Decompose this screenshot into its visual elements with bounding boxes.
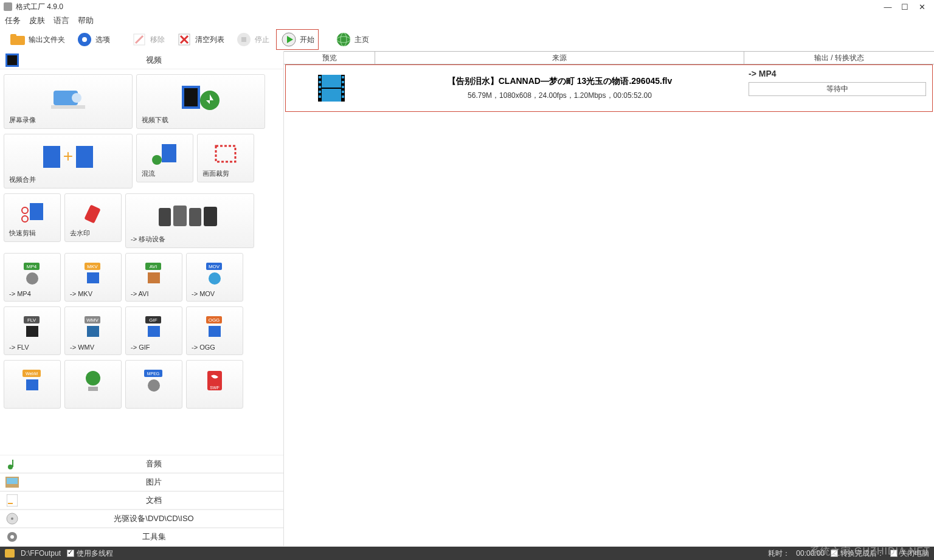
svg-rect-10 xyxy=(241,37,246,42)
col-output[interactable]: 输出 / 转换状态 xyxy=(744,52,934,64)
category-tools-header[interactable]: 工具集 xyxy=(0,528,283,546)
svg-point-84 xyxy=(10,535,14,539)
category-audio-header[interactable]: 音频 xyxy=(0,455,283,473)
svg-rect-97 xyxy=(342,91,344,93)
svg-rect-36 xyxy=(84,204,100,223)
menu-help[interactable]: 帮助 xyxy=(78,15,94,26)
svg-rect-90 xyxy=(319,81,321,83)
output-path[interactable]: D:\FFOutput xyxy=(21,549,61,558)
svg-rect-98 xyxy=(342,95,344,98)
svg-rect-94 xyxy=(342,76,344,78)
home-button[interactable]: 主页 xyxy=(331,29,373,50)
flv-icon: FLV xyxy=(20,311,44,344)
svg-text:OGG: OGG xyxy=(209,317,220,323)
tile-avi[interactable]: AVI-> AVI xyxy=(125,253,182,302)
svg-text:MP4: MP4 xyxy=(27,264,37,269)
tile-ogg[interactable]: OGG-> OGG xyxy=(186,306,243,355)
mkv-icon: MKV xyxy=(81,257,105,290)
maximize-button[interactable]: ☐ xyxy=(896,2,913,12)
svg-text:MKV: MKV xyxy=(87,264,98,269)
output-folder-button[interactable]: 输出文件夹 xyxy=(5,29,69,50)
3gp-icon xyxy=(81,364,105,397)
tile-video-download[interactable]: 视频下载 xyxy=(136,74,265,129)
tile-mp4[interactable]: MP4-> MP4 xyxy=(4,253,61,302)
tile-remove-watermark[interactable]: 去水印 xyxy=(64,193,122,242)
folder-small-icon[interactable] xyxy=(5,549,15,558)
tile-3gp[interactable] xyxy=(64,360,122,409)
col-preview[interactable]: 预览 xyxy=(284,52,375,64)
tile-video-merge[interactable]: + 视频合并 xyxy=(4,134,133,188)
wmv-icon: WMV xyxy=(81,311,105,344)
menu-skin[interactable]: 皮肤 xyxy=(29,15,45,26)
tile-webm[interactable]: WebM xyxy=(4,360,61,409)
mov-icon: MOV xyxy=(202,257,227,290)
category-image-header[interactable]: 图片 xyxy=(0,473,283,491)
tile-mux[interactable]: 混流 xyxy=(136,134,193,182)
camcorder-icon xyxy=(50,78,86,116)
svg-text:GIF: GIF xyxy=(149,317,157,323)
svg-text:FLV: FLV xyxy=(27,317,36,323)
tile-screen-record[interactable]: 屏幕录像 xyxy=(4,74,133,129)
gif-icon: GIF xyxy=(142,311,166,344)
remove-icon xyxy=(131,31,148,48)
shutdown-checkbox[interactable]: 关闭电脑 xyxy=(890,548,929,559)
svg-rect-17 xyxy=(7,55,17,65)
options-button[interactable]: 选项 xyxy=(72,29,114,50)
category-video-header[interactable]: 视频 xyxy=(0,51,283,69)
svg-rect-69 xyxy=(88,387,98,391)
tile-gif[interactable]: GIF-> GIF xyxy=(125,306,182,355)
after-complete-checkbox[interactable]: 转换完成后： xyxy=(831,548,884,559)
app-icon xyxy=(4,2,12,11)
merge-icon: + xyxy=(41,138,95,175)
tile-swf[interactable]: SWF xyxy=(186,360,243,409)
multithread-checkbox[interactable]: 使用多线程 xyxy=(67,548,113,559)
crop-icon xyxy=(213,138,238,169)
minimize-button[interactable]: — xyxy=(879,2,896,12)
task-status: 等待中 xyxy=(749,82,926,96)
svg-rect-1 xyxy=(10,34,16,38)
close-button[interactable]: ✕ xyxy=(913,2,930,12)
clear-list-button[interactable]: 清空列表 xyxy=(171,29,229,50)
task-row[interactable]: 【告别泪水】CLANNAD—梦の町 13光玉の物语.296045.flv 56.… xyxy=(285,64,933,112)
svg-rect-40 xyxy=(204,207,217,226)
svg-rect-24 xyxy=(184,88,198,106)
remove-button[interactable]: 移除 xyxy=(126,29,169,50)
svg-rect-92 xyxy=(319,91,321,93)
svg-text:MPEG: MPEG xyxy=(147,372,160,376)
ogg-icon: OGG xyxy=(202,311,227,344)
mpeg-icon: MPEG xyxy=(142,364,166,397)
svg-rect-93 xyxy=(319,95,321,98)
svg-rect-64 xyxy=(209,326,221,337)
category-document-header[interactable]: 文档 xyxy=(0,491,283,510)
tile-wmv[interactable]: WMV-> WMV xyxy=(64,306,122,355)
svg-point-72 xyxy=(148,379,160,392)
tile-flv[interactable]: FLV-> FLV xyxy=(4,306,61,355)
disc-icon xyxy=(0,513,24,525)
document-icon xyxy=(0,494,24,506)
task-filename: 【告别泪水】CLANNAD—梦の町 13光玉の物语.296045.flv xyxy=(448,76,673,87)
tile-mobile-device[interactable]: -> 移动设备 xyxy=(125,193,254,248)
category-disc-header[interactable]: 光驱设备\DVD\CD\ISO xyxy=(0,510,283,528)
svg-rect-55 xyxy=(26,326,38,337)
status-bar: D:\FFOutput 使用多线程 耗时： 00:00:00 转换完成后： 关闭… xyxy=(0,547,934,560)
svg-rect-28 xyxy=(76,146,93,168)
svg-point-75 xyxy=(8,465,13,469)
tile-mov[interactable]: MOV-> MOV xyxy=(186,253,243,302)
folder-icon xyxy=(9,31,26,48)
svg-point-68 xyxy=(86,371,100,385)
col-source[interactable]: 来源 xyxy=(375,52,744,64)
menu-lang[interactable]: 语言 xyxy=(54,15,69,26)
start-button[interactable]: 开始 xyxy=(276,29,319,50)
tile-mpeg[interactable]: MPEG xyxy=(125,360,182,409)
video-tool-grid: 屏幕录像 视频下载 + 视频合并 xyxy=(0,69,283,455)
svg-point-34 xyxy=(22,216,28,222)
tile-mkv[interactable]: MKV-> MKV xyxy=(64,253,122,302)
tile-crop[interactable]: 画面裁剪 xyxy=(197,134,254,182)
svg-rect-18 xyxy=(5,54,7,67)
svg-rect-95 xyxy=(342,81,344,83)
svg-point-52 xyxy=(209,272,221,285)
menu-task[interactable]: 任务 xyxy=(5,15,21,26)
tile-quick-cut[interactable]: 快速剪辑 xyxy=(4,193,61,242)
stop-button[interactable]: 停止 xyxy=(231,29,274,50)
svg-point-3 xyxy=(82,37,87,42)
